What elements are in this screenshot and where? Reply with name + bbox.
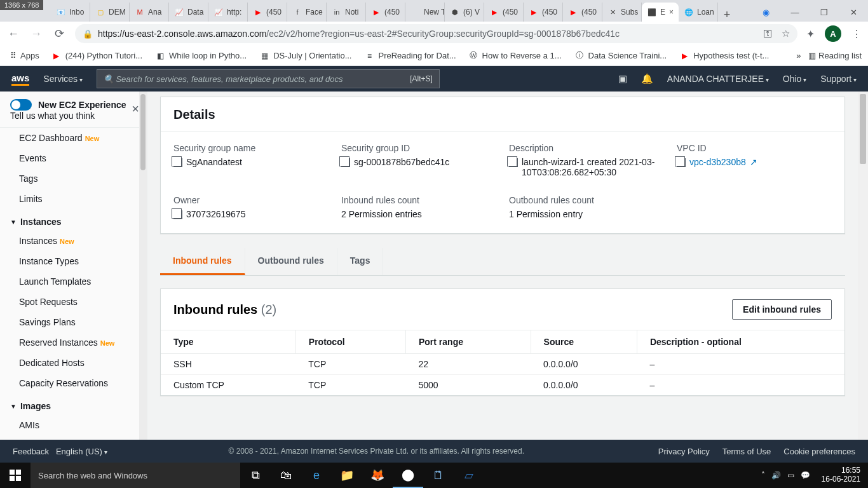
start-button[interactable] xyxy=(0,463,31,488)
vpc-link[interactable]: vpc-d3b230b8 xyxy=(689,157,746,167)
record-icon[interactable]: ◉ xyxy=(751,3,780,22)
aws-logo[interactable]: aws xyxy=(11,72,29,86)
sidebar-head-images[interactable]: ▼Images xyxy=(0,393,147,415)
task-view-icon[interactable]: ⧉ xyxy=(240,463,271,488)
bookmarks-overflow[interactable]: » xyxy=(796,51,801,60)
sidebar-item[interactable]: AMIs xyxy=(0,415,147,435)
bookmark-item[interactable]: ▶Hypothesis test (t-t... xyxy=(675,51,773,61)
notepad-icon[interactable]: 🗒 xyxy=(423,463,454,488)
store-icon[interactable]: 🛍 xyxy=(271,463,301,488)
sidebar-item[interactable]: Capacity Reservations xyxy=(0,373,147,393)
copy-icon[interactable] xyxy=(173,158,182,167)
copy-icon[interactable] xyxy=(509,158,518,167)
region-menu[interactable]: Ohio xyxy=(783,74,806,84)
browser-tab[interactable]: 📧Inbo xyxy=(51,3,90,22)
sidebar-item[interactable]: Events xyxy=(0,148,147,168)
browser-tab[interactable]: 📈http: xyxy=(208,3,248,22)
minimize-button[interactable]: — xyxy=(780,3,810,22)
reading-list[interactable]: ▥ Reading list xyxy=(808,51,862,60)
edge-icon[interactable]: e xyxy=(301,463,332,488)
terms-link[interactable]: Terms of Use xyxy=(722,447,771,456)
sidebar-item[interactable]: Tags xyxy=(0,168,147,189)
external-link-icon[interactable]: ↗ xyxy=(750,157,757,167)
bookmark-item[interactable]: ◧While loop in Pytho... xyxy=(151,51,251,61)
browser-tab[interactable]: ▢DEM xyxy=(90,3,130,22)
cookie-link[interactable]: Cookie preferences xyxy=(783,447,855,456)
cloudshell-icon[interactable]: ▣ xyxy=(618,73,627,85)
bookmark-item[interactable]: ⓌHow to Reverse a 1... xyxy=(465,51,566,61)
edit-inbound-rules-button[interactable]: Edit inbound rules xyxy=(732,299,832,320)
sidebar-item[interactable]: Limits xyxy=(0,189,147,209)
browser-tab[interactable]: ✕Subs xyxy=(602,3,642,22)
copy-icon[interactable] xyxy=(173,210,182,219)
bookmark-item[interactable]: ▶(244) Python Tutori... xyxy=(47,51,147,61)
tray-chevron-icon[interactable]: ˄ xyxy=(761,471,765,480)
extensions-icon[interactable]: ✦ xyxy=(806,28,815,40)
notifications-icon[interactable]: 🔔 xyxy=(641,73,653,85)
bookmark-item[interactable]: ▦DS-July | Orientatio... xyxy=(255,51,356,61)
aws-search-input[interactable]: 🔍 Search for services, features, marketp… xyxy=(97,69,440,88)
chrome-icon[interactable]: ⬤ xyxy=(393,463,423,488)
copy-icon[interactable] xyxy=(677,158,686,167)
browser-tab[interactable]: ▶(450 xyxy=(484,3,524,22)
services-menu[interactable]: Services xyxy=(43,74,82,84)
toggle-feedback-link[interactable]: Tell us what you think xyxy=(10,111,95,121)
browser-tab[interactable]: ▶(450 xyxy=(248,3,287,22)
key-icon[interactable]: ⚿ xyxy=(763,28,773,39)
sidebar-item[interactable]: Launch Templates xyxy=(0,271,147,292)
copy-icon[interactable] xyxy=(341,158,350,167)
tab-close-icon[interactable]: × xyxy=(669,8,674,17)
sidebar-item[interactable]: InstancesNew xyxy=(0,231,147,251)
browser-tab[interactable]: ⬢(6) V xyxy=(445,3,484,22)
new-tab-button[interactable]: + xyxy=(718,8,736,22)
feedback-link[interactable]: Feedback xyxy=(13,447,49,456)
sidebar-item[interactable]: Savings Plans xyxy=(0,312,147,332)
close-window-button[interactable]: ✕ xyxy=(839,3,868,22)
sidebar-item[interactable]: EC2 DashboardNew xyxy=(0,128,147,148)
reload-button[interactable]: ⟳ xyxy=(52,27,66,41)
firefox-icon[interactable]: 🦊 xyxy=(362,463,393,488)
content-scrollbar[interactable] xyxy=(858,92,868,440)
sidebar-item[interactable]: Spot Requests xyxy=(0,292,147,312)
tab-inbound-rules[interactable]: Inbound rules xyxy=(160,248,245,275)
powershell-icon[interactable]: ▱ xyxy=(454,463,484,488)
bookmark-item[interactable]: ≡PreReading for Dat... xyxy=(360,51,460,61)
browser-tab[interactable]: ⬛E× xyxy=(642,3,679,22)
table-row[interactable]: SSHTCP220.0.0.0/0– xyxy=(161,354,844,375)
explorer-icon[interactable]: 📁 xyxy=(332,463,362,488)
table-row[interactable]: Custom TCPTCP50000.0.0.0/0– xyxy=(161,375,844,396)
chrome-menu-icon[interactable]: ⋮ xyxy=(851,28,862,40)
close-icon[interactable]: × xyxy=(132,102,139,116)
taskbar-search-input[interactable]: Search the web and Windows xyxy=(31,463,240,488)
sidebar-head-instances[interactable]: ▼Instances xyxy=(0,209,147,231)
browser-tab[interactable]: ▶(450 xyxy=(524,3,563,22)
account-menu[interactable]: ANANDA CHATTERJEE xyxy=(667,74,769,84)
language-menu[interactable]: English (US) xyxy=(56,447,107,456)
sidebar-scrollbar[interactable] xyxy=(139,92,147,440)
battery-icon[interactable]: ▭ xyxy=(787,471,794,480)
browser-tab[interactable]: inNoti xyxy=(327,3,366,22)
tab-outbound-rules[interactable]: Outbound rules xyxy=(245,248,337,275)
volume-icon[interactable]: 🔊 xyxy=(771,471,781,480)
maximize-button[interactable]: ❐ xyxy=(810,3,839,22)
support-menu[interactable]: Support xyxy=(820,74,857,84)
new-experience-toggle[interactable]: New EC2 Experience xyxy=(10,99,137,111)
profile-avatar[interactable]: A xyxy=(825,25,841,42)
sidebar-item[interactable]: Dedicated Hosts xyxy=(0,353,147,373)
browser-tab[interactable]: New Tab xyxy=(405,3,445,22)
bookmark-item[interactable]: ⓘData Science Traini... xyxy=(570,51,672,61)
tab-tags[interactable]: Tags xyxy=(337,248,384,275)
back-button[interactable]: ← xyxy=(6,27,20,41)
browser-tab[interactable]: 🌐Loan xyxy=(679,3,718,22)
browser-tab[interactable]: MAna xyxy=(130,3,169,22)
privacy-link[interactable]: Privacy Policy xyxy=(658,447,710,456)
browser-tab[interactable]: ▶(450 xyxy=(563,3,602,22)
omnibox[interactable]: 🔒 https://us-east-2.console.aws.amazon.c… xyxy=(75,24,797,43)
sidebar-item[interactable]: Reserved InstancesNew xyxy=(0,332,147,353)
apps-shortcut[interactable]: ⠿Apps xyxy=(6,51,43,60)
clock[interactable]: 16:55 16-06-2021 xyxy=(817,466,865,484)
toggle-pill[interactable] xyxy=(10,99,32,111)
browser-tab[interactable]: fFace xyxy=(287,3,327,22)
star-icon[interactable]: ☆ xyxy=(782,28,790,39)
sidebar-item[interactable]: Instance Types xyxy=(0,251,147,271)
